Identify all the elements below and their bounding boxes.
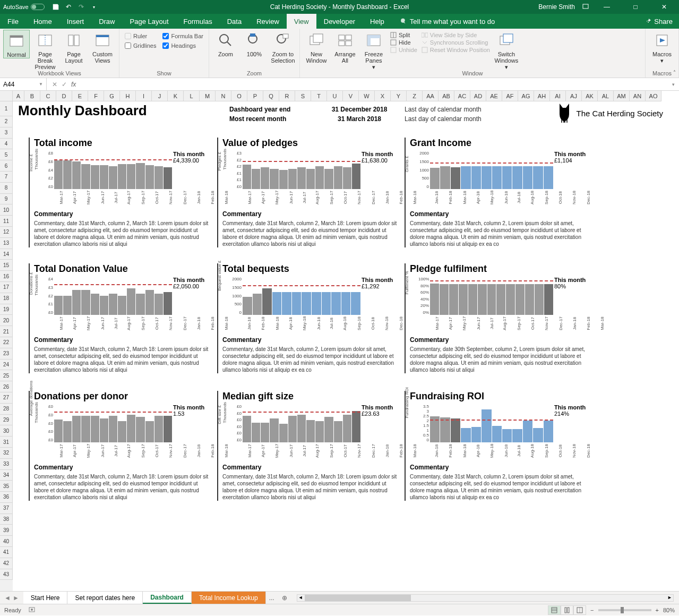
sheet-tab-start-here[interactable]: Start Here [23, 592, 68, 604]
tab-data[interactable]: Data [220, 14, 249, 29]
zoom-out-icon[interactable]: − [590, 607, 594, 613]
row-header[interactable]: 16 [0, 271, 13, 282]
row-header[interactable]: 14 [0, 249, 13, 260]
macros-button[interactable]: Macros ▾ [649, 30, 675, 64]
row-header[interactable]: 22 [0, 337, 13, 348]
col-header[interactable]: AA [423, 91, 439, 101]
col-header[interactable]: N [216, 91, 231, 101]
row-header[interactable]: 5 [0, 149, 13, 160]
row-header[interactable]: 41 [0, 547, 13, 558]
custom-views-button[interactable]: Custom Views [89, 30, 116, 64]
col-header[interactable]: AL [598, 91, 614, 101]
cancel-formula-icon[interactable]: ✕ [52, 81, 57, 88]
col-header[interactable]: AE [486, 91, 502, 101]
row-header[interactable]: 38 [0, 514, 13, 525]
row-header[interactable]: 24 [0, 360, 13, 371]
row-header[interactable]: 11 [0, 216, 13, 227]
row-header[interactable]: 28 [0, 404, 13, 415]
col-header[interactable]: AO [646, 91, 661, 101]
col-header[interactable]: L [184, 91, 200, 101]
row-header[interactable]: 2 [0, 116, 13, 127]
col-header[interactable]: A [13, 91, 24, 101]
hide-button[interactable]: Hide [390, 39, 417, 46]
split-button[interactable]: Split [390, 32, 417, 38]
col-header[interactable]: R [279, 91, 295, 101]
zoom-level[interactable]: 80% [663, 607, 675, 613]
tab-draw[interactable]: Draw [91, 14, 122, 29]
col-header[interactable]: W [359, 91, 375, 101]
row-header[interactable]: 32 [0, 448, 13, 459]
row-header[interactable]: 34 [0, 470, 13, 481]
sheet-tab-total-income-lookup[interactable]: Total Income Lookup [192, 592, 266, 604]
col-header[interactable]: G [104, 91, 120, 101]
row-header[interactable]: 23 [0, 348, 13, 360]
row-header[interactable]: 36 [0, 492, 13, 503]
tab-page-layout[interactable]: Page Layout [123, 14, 176, 29]
switch-windows-button[interactable]: Switch Windows ▾ [493, 30, 520, 70]
row-header[interactable]: 25 [0, 370, 13, 381]
row-header[interactable]: 37 [0, 503, 13, 514]
col-header[interactable]: AH [534, 91, 550, 101]
row-header[interactable]: 20 [0, 315, 13, 326]
maximize-icon[interactable]: □ [625, 3, 646, 11]
row-header[interactable]: 10 [0, 204, 13, 216]
sheet-tab-set-report-dates-here[interactable]: Set report dates here [67, 592, 143, 604]
col-header[interactable]: S [295, 91, 311, 101]
row-header[interactable]: 29 [0, 415, 13, 426]
tab-view[interactable]: View [287, 14, 316, 29]
redo-icon[interactable]: ↷ [78, 3, 85, 11]
col-header[interactable]: AK [582, 91, 598, 101]
save-icon[interactable] [52, 3, 59, 11]
gridlines-checkbox[interactable]: Gridlines [125, 42, 156, 49]
col-header[interactable]: V [343, 91, 359, 101]
zoom-in-icon[interactable]: + [656, 607, 659, 613]
tab-scroll-right-icon[interactable]: ► [13, 594, 19, 602]
col-header[interactable]: AJ [566, 91, 582, 101]
col-header[interactable]: D [56, 91, 72, 101]
row-header[interactable]: 15 [0, 260, 13, 271]
col-header[interactable]: AC [454, 91, 470, 101]
zoom-button[interactable]: Zoom [212, 30, 239, 57]
col-header[interactable]: AN [630, 91, 646, 101]
row-header[interactable]: 7 [0, 172, 13, 183]
minimize-icon[interactable]: — [596, 3, 617, 11]
formula-bar-checkbox[interactable]: Formula Bar [162, 33, 203, 39]
zoom-100-button[interactable]: 100% [241, 30, 268, 57]
row-header[interactable]: 33 [0, 459, 13, 470]
enter-formula-icon[interactable]: ✓ [62, 81, 67, 88]
row-header[interactable]: 27 [0, 392, 13, 404]
row-header[interactable]: 4 [0, 139, 13, 150]
page-break-view-icon[interactable] [573, 605, 586, 615]
expand-formula-bar-icon[interactable]: ▾ [668, 82, 679, 87]
col-header[interactable]: H [120, 91, 136, 101]
fx-icon[interactable]: fx [71, 81, 76, 88]
col-header[interactable]: B [24, 91, 40, 101]
tab-formulas[interactable]: Formulas [176, 14, 220, 29]
row-header[interactable]: 17 [0, 282, 13, 293]
col-header[interactable]: AG [518, 91, 534, 101]
macro-record-icon[interactable] [29, 606, 35, 614]
col-header[interactable]: O [231, 91, 247, 101]
tab-home[interactable]: Home [26, 14, 59, 29]
row-header[interactable]: 30 [0, 425, 13, 437]
zoom-slider[interactable] [598, 609, 651, 611]
tab-file[interactable]: File [0, 14, 26, 29]
row-header[interactable]: 35 [0, 481, 13, 492]
qat-dropdown-icon[interactable]: ▾ [90, 3, 98, 11]
sheet-tab-dashboard[interactable]: Dashboard [143, 592, 192, 604]
col-header[interactable]: K [168, 91, 184, 101]
tab-scroll-left-icon[interactable]: ◄ [4, 594, 11, 602]
row-header[interactable]: 3 [0, 127, 13, 139]
row-header[interactable]: 6 [0, 160, 13, 172]
col-header[interactable]: X [375, 91, 391, 101]
user-name[interactable]: Bernie Smith [538, 3, 575, 11]
row-header[interactable]: 8 [0, 183, 13, 194]
tab-review[interactable]: Review [249, 14, 287, 29]
page-layout-view-icon[interactable] [561, 605, 573, 615]
select-all[interactable] [0, 91, 13, 101]
hscroll-left-icon[interactable]: ◄ [298, 595, 303, 600]
add-sheet-icon[interactable]: ⊕ [278, 594, 291, 602]
zoom-selection-button[interactable]: Zoom to Selection [270, 30, 296, 64]
more-tabs[interactable]: ... [266, 594, 278, 602]
col-header[interactable]: M [200, 91, 216, 101]
